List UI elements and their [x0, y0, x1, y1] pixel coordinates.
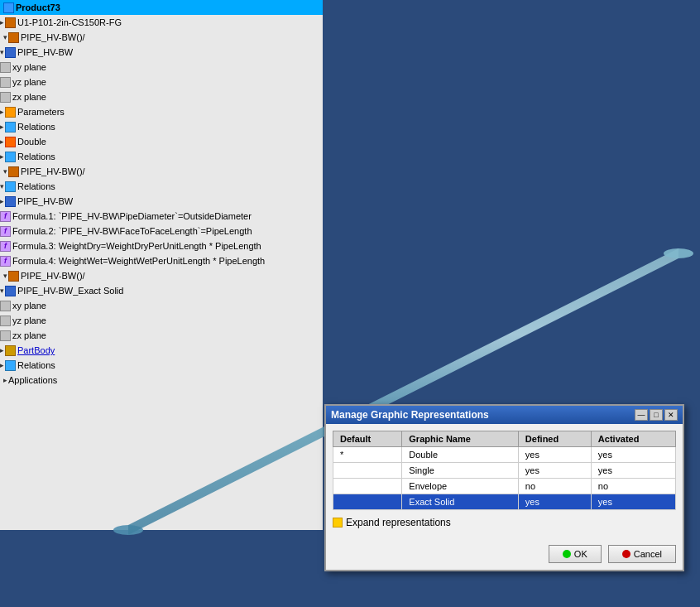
arrow-relations4: ▸: [0, 359, 4, 372]
tree-row-formula2[interactable]: f Formula.2: `PIPE_HV-BW\FaceToFaceLengt…: [0, 224, 323, 238]
tree-row-relations1[interactable]: ▸ Relations: [0, 119, 323, 134]
tree-row-yzplane1[interactable]: yz plane: [0, 75, 323, 89]
product73-label: Product73: [16, 1, 60, 14]
ok-button[interactable]: OK: [549, 545, 602, 563]
tree-row-applications[interactable]: ▸ Applications: [0, 373, 323, 388]
arrow-params1: ▸: [0, 105, 4, 118]
tree-row-relations2[interactable]: ▸ Relations: [0, 149, 323, 164]
tree-row-pipe3[interactable]: ▾ PIPE_HV-BW()/: [0, 268, 323, 283]
arrow-relations3: ▾: [0, 180, 4, 193]
cancel-label: Cancel: [634, 549, 662, 559]
cancel-button[interactable]: Cancel: [608, 545, 676, 563]
tree-row-relations4[interactable]: ▸ Relations: [0, 358, 323, 373]
pipe-branch-icon: [8, 32, 19, 43]
relations1-label: Relations: [17, 120, 55, 133]
expand-row: Expand representations: [333, 517, 676, 528]
tree-panel: Product73 ▸ U1-P101-2in-CS150R-FG ▾ PIPE…: [0, 0, 323, 607]
cell-defined-double: yes: [518, 447, 591, 463]
tree-row-xyplane1[interactable]: xy plane: [0, 60, 323, 75]
plane-icon-zx1: [0, 92, 11, 103]
cell-name-exact: Exact Solid: [402, 494, 519, 510]
plane-icon-zx2: [0, 330, 11, 341]
tree-row-pipe1[interactable]: ▾ PIPE_HV-BW()/: [0, 30, 323, 45]
plane-icon-yz1: [0, 77, 11, 88]
maximize-button[interactable]: □: [650, 409, 663, 421]
col-default: Default: [333, 431, 402, 447]
relations2-label: Relations: [17, 150, 55, 163]
pipe1-label: PIPE_HV-BW()/: [21, 31, 85, 44]
tree-row-relations3[interactable]: ▾ Relations: [0, 179, 323, 194]
arrow-pipe2: ▾: [3, 165, 7, 178]
tree-row-product73[interactable]: Product73: [0, 0, 323, 15]
tree-row-formula1[interactable]: f Formula.1: `PIPE_HV-BW\PipeDiameter`=O…: [0, 209, 323, 224]
relations-icon1: [5, 122, 16, 132]
relations4-label: Relations: [17, 359, 55, 372]
plane-icon-xy1: [0, 62, 11, 73]
params-icon1: [5, 107, 16, 118]
xyplane1-label: xy plane: [12, 60, 46, 74]
tree-row-pipehvbw1[interactable]: ▾ PIPE_HV-BW: [0, 45, 323, 60]
pipe-branch-icon3: [8, 271, 19, 282]
u1p101-label: U1-P101-2in-CS150R-FG: [17, 16, 122, 29]
dialog-titlebar: Manage Graphic Representations — □ ✕: [326, 406, 683, 424]
xyplane2-label: xy plane: [12, 299, 46, 312]
col-activated: Activated: [591, 431, 675, 447]
tree-row-double1[interactable]: ▸ Double: [0, 134, 323, 149]
tree-row-xyplane2[interactable]: xy plane: [0, 298, 323, 313]
tree-row-formula3[interactable]: f Formula.3: WeightDry=WeightDryPerUnitL…: [0, 238, 323, 253]
formula-icon2: f: [0, 226, 11, 237]
tree-row-exact-solid[interactable]: ▾ PIPE_HV-BW_Exact Solid: [0, 283, 323, 298]
arrow-pipehvbw1: ▾: [0, 46, 4, 59]
table-row-exact-solid[interactable]: Exact Solid yes yes: [333, 494, 676, 510]
tree-row-formula4[interactable]: f Formula.4: WeightWet=WeightWetPerUnitL…: [0, 253, 323, 268]
arrow-pipe3: ▾: [3, 269, 7, 282]
col-defined: Defined: [518, 431, 591, 447]
zxplane2-label: zx plane: [12, 329, 46, 342]
partbody-icon: [5, 345, 16, 356]
cell-defined-single: yes: [518, 463, 591, 479]
tree-row-partbody[interactable]: ▸ PartBody: [0, 343, 323, 358]
formula-icon1: f: [0, 211, 11, 222]
cell-default-exact: [333, 494, 402, 510]
tree-row-zxplane2[interactable]: zx plane: [0, 328, 323, 343]
exact-solid-icon: [5, 286, 16, 296]
arrow-relations1: ▸: [0, 120, 4, 133]
arrow-partbody: ▸: [0, 344, 4, 357]
cell-name-envelope: Envelope: [402, 479, 519, 494]
col-graphic-name: Graphic Name: [402, 431, 519, 447]
expand-checkbox[interactable]: [333, 518, 343, 528]
tree-row-yzplane2[interactable]: yz plane: [0, 313, 323, 328]
params1-label: Parameters: [17, 105, 65, 118]
partbody-label: PartBody: [17, 344, 55, 357]
arrow-pipe1: ▾: [3, 31, 7, 44]
formula4-label: Formula.4: WeightWet=WeightWetPerUnitLen…: [12, 254, 265, 267]
pipehvbw1-label: PIPE_HV-BW: [17, 46, 73, 59]
relations-icon4: [5, 360, 16, 371]
formula2-label: Formula.2: `PIPE_HV-BW\FaceToFaceLength`…: [12, 224, 252, 238]
pipe3-label: PIPE_HV-BW()/: [21, 269, 85, 282]
tree-row-zxplane1[interactable]: zx plane: [0, 89, 323, 104]
arrow-pipehvbw2: ▸: [0, 195, 4, 208]
table-row-envelope[interactable]: Envelope no no: [333, 479, 676, 494]
pipe2-label: PIPE_HV-BW()/: [21, 165, 85, 178]
dialog-content: Default Graphic Name Defined Activated *…: [326, 424, 683, 542]
arrow-u1p101: ▸: [0, 16, 4, 29]
cell-default-envelope: [333, 479, 402, 494]
ok-label: OK: [574, 549, 587, 559]
yzplane2-label: yz plane: [12, 314, 46, 327]
cell-name-double: Double: [402, 447, 519, 463]
tree-row-pipehvbw2[interactable]: ▸ PIPE_HV-BW: [0, 194, 323, 209]
table-row-double[interactable]: * Double yes yes: [333, 447, 676, 463]
close-button[interactable]: ✕: [664, 409, 678, 421]
exact-solid-label: PIPE_HV-BW_Exact Solid: [17, 284, 123, 297]
expand-label: Expand representations: [346, 517, 451, 528]
plane-icon-xy2: [0, 301, 11, 311]
minimize-button[interactable]: —: [635, 409, 648, 421]
cell-default-single: [333, 463, 402, 479]
relations3-label: Relations: [17, 180, 55, 193]
table-row-single[interactable]: Single yes yes: [333, 463, 676, 479]
arrow-applications: ▸: [3, 373, 7, 387]
tree-row-u1p101[interactable]: ▸ U1-P101-2in-CS150R-FG: [0, 15, 323, 30]
tree-row-params1[interactable]: ▸ Parameters: [0, 104, 323, 119]
tree-row-pipe2[interactable]: ▾ PIPE_HV-BW()/: [0, 164, 323, 179]
